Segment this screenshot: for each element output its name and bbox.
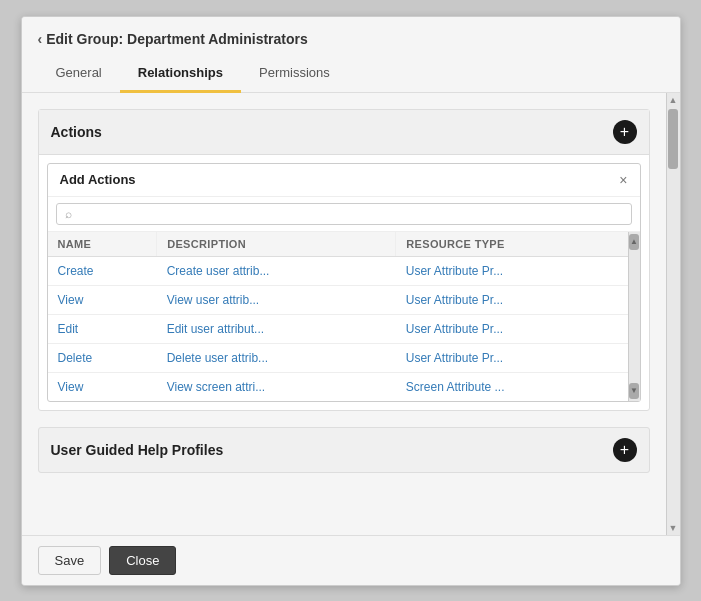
back-arrow-icon: ‹: [38, 31, 43, 47]
row-name[interactable]: View: [48, 285, 157, 314]
table-row[interactable]: View View user attrib... User Attribute …: [48, 285, 628, 314]
modal-header: ‹ Edit Group: Department Administrators …: [22, 17, 680, 93]
ughelp-section-title: User Guided Help Profiles: [51, 442, 224, 458]
scroll-thumb-down[interactable]: ▼: [629, 383, 639, 399]
add-actions-title: Add Actions: [60, 172, 136, 187]
table-row[interactable]: Edit Edit user attribut... User Attribut…: [48, 314, 628, 343]
add-ughelp-icon: +: [620, 442, 629, 458]
actions-section-header: Actions +: [39, 110, 649, 155]
add-actions-close-button[interactable]: ×: [619, 172, 627, 188]
table-row[interactable]: View View screen attri... Screen Attribu…: [48, 372, 628, 401]
search-input[interactable]: [76, 207, 623, 221]
save-button[interactable]: Save: [38, 546, 102, 575]
add-actions-panel-header: Add Actions ×: [48, 164, 640, 197]
tab-relationships[interactable]: Relationships: [120, 57, 241, 93]
row-resource-type: Screen Attribute ...: [396, 372, 628, 401]
search-input-wrap: ⌕: [56, 203, 632, 225]
content-area: Actions + Add Actions × ⌕: [22, 93, 666, 535]
modal-body: Actions + Add Actions × ⌕: [22, 93, 680, 535]
row-resource-type: User Attribute Pr...: [396, 256, 628, 285]
add-ughelp-button[interactable]: +: [613, 438, 637, 462]
modal-window: ‹ Edit Group: Department Administrators …: [21, 16, 681, 586]
scroll-down-arrow[interactable]: ▼: [669, 523, 678, 533]
table-row[interactable]: Create Create user attrib... User Attrib…: [48, 256, 628, 285]
right-scrollbar[interactable]: ▲ ▼: [666, 93, 680, 535]
actions-section-title: Actions: [51, 124, 102, 140]
row-name[interactable]: View: [48, 372, 157, 401]
row-name[interactable]: Edit: [48, 314, 157, 343]
row-description: Delete user attrib...: [157, 343, 396, 372]
col-resource-type-header: RESOURCE TYPE: [396, 232, 628, 257]
add-actions-panel: Add Actions × ⌕: [47, 163, 641, 402]
row-resource-type: User Attribute Pr...: [396, 285, 628, 314]
row-resource-type: User Attribute Pr...: [396, 343, 628, 372]
tab-general[interactable]: General: [38, 57, 120, 93]
tab-permissions[interactable]: Permissions: [241, 57, 348, 93]
search-bar: ⌕: [48, 197, 640, 232]
row-name[interactable]: Delete: [48, 343, 157, 372]
scroll-up-arrow[interactable]: ▲: [669, 95, 678, 105]
row-description: Edit user attribut...: [157, 314, 396, 343]
tab-bar: General Relationships Permissions: [38, 57, 664, 92]
col-description-header: DESCRIPTION: [157, 232, 396, 257]
scrollbar-thumb[interactable]: [668, 109, 678, 169]
row-name[interactable]: Create: [48, 256, 157, 285]
search-icon: ⌕: [65, 207, 72, 221]
row-resource-type: User Attribute Pr...: [396, 314, 628, 343]
actions-table: NAME DESCRIPTION RESOURCE TYPE Create Cr…: [48, 232, 628, 401]
add-actions-button[interactable]: +: [613, 120, 637, 144]
add-icon: +: [620, 124, 629, 140]
table-scrollbar[interactable]: ▲ ▼: [628, 232, 640, 401]
row-description: View screen attri...: [157, 372, 396, 401]
table-row[interactable]: Delete Delete user attrib... User Attrib…: [48, 343, 628, 372]
actions-table-container: NAME DESCRIPTION RESOURCE TYPE Create Cr…: [48, 232, 640, 401]
actions-section: Actions + Add Actions × ⌕: [38, 109, 650, 411]
actions-table-inner: NAME DESCRIPTION RESOURCE TYPE Create Cr…: [48, 232, 628, 401]
modal-title: Edit Group: Department Administrators: [46, 31, 308, 47]
scroll-track: [629, 250, 639, 383]
scroll-thumb-up[interactable]: ▲: [629, 234, 639, 250]
ughelp-section: User Guided Help Profiles +: [38, 427, 650, 473]
row-description: Create user attrib...: [157, 256, 396, 285]
col-name-header: NAME: [48, 232, 157, 257]
back-nav[interactable]: ‹ Edit Group: Department Administrators: [38, 31, 664, 47]
close-button[interactable]: Close: [109, 546, 176, 575]
modal-footer: Save Close: [22, 535, 680, 585]
row-description: View user attrib...: [157, 285, 396, 314]
